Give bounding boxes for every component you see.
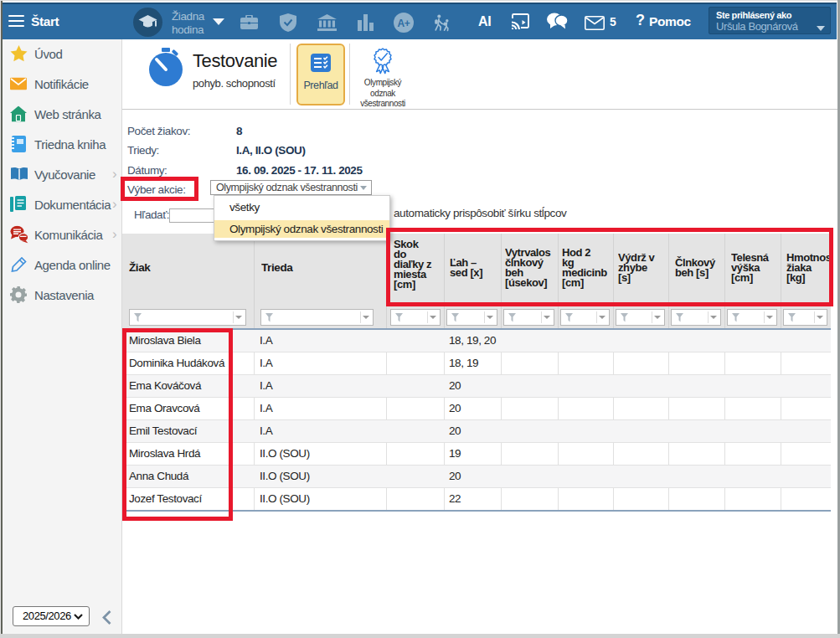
svg-text:A+: A+ — [398, 18, 410, 29]
